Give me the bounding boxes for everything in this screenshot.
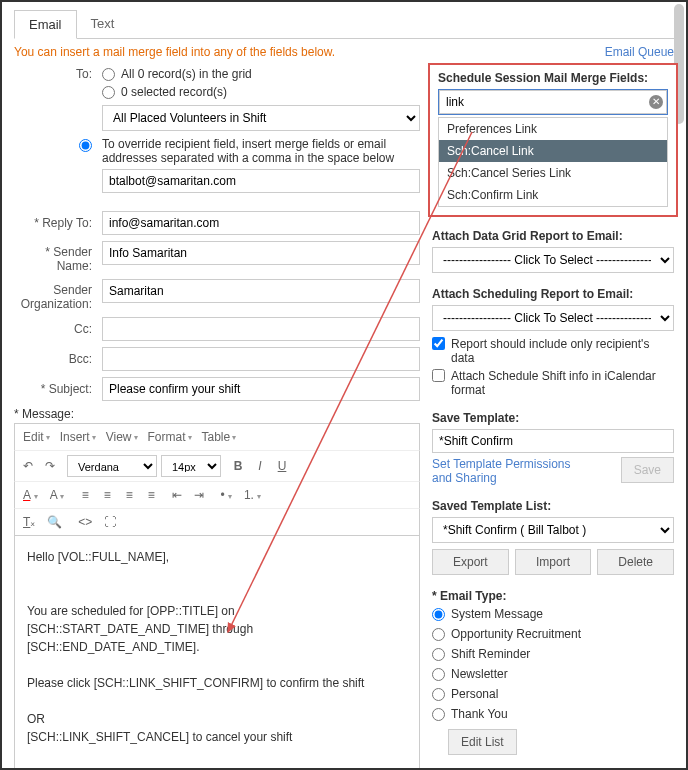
saved-template-label: Saved Template List: [432, 499, 674, 513]
text-color-icon[interactable]: A ▾ [19, 486, 42, 504]
bold-icon[interactable]: B [229, 457, 247, 475]
subject-input[interactable] [102, 377, 420, 401]
sender-org-input[interactable] [102, 279, 420, 303]
outdent-icon[interactable]: ⇤ [168, 486, 186, 504]
override-input[interactable] [102, 169, 420, 193]
all-records-label: All 0 record(s) in the grid [121, 67, 252, 81]
undo-icon[interactable]: ↶ [19, 457, 37, 475]
radio-thank-you[interactable] [432, 708, 445, 721]
clear-format-icon[interactable]: Tₓ [19, 513, 39, 531]
all-placed-select[interactable]: All Placed Volunteers in Shift [102, 105, 420, 131]
cc-label: Cc: [14, 322, 96, 336]
import-button[interactable]: Import [515, 549, 592, 575]
menu-insert[interactable]: Insert ▾ [56, 428, 100, 446]
editor-menubar: Edit ▾ Insert ▾ View ▾ Format ▾ Table ▾ [14, 423, 420, 450]
font-size-select[interactable]: 14px [161, 455, 221, 477]
sender-name-input[interactable] [102, 241, 420, 265]
et-label: Opportunity Recruitment [451, 627, 581, 641]
et-label: System Message [451, 607, 543, 621]
tabs: Email Text [14, 10, 674, 39]
subject-label: * Subject: [14, 382, 96, 396]
reply-to-input[interactable] [102, 211, 420, 235]
email-type-label: * Email Type: [432, 589, 674, 603]
message-label: * Message: [14, 407, 420, 421]
code-icon[interactable]: <> [74, 513, 96, 531]
align-justify-icon[interactable]: ≡ [142, 486, 160, 504]
bullet-list-icon[interactable]: • ▾ [216, 486, 236, 504]
merge-search-input[interactable] [439, 90, 667, 114]
attach-data-grid-label: Attach Data Grid Report to Email: [432, 229, 674, 243]
merge-hint: You can insert a mail merge field into a… [14, 45, 335, 59]
ical-label: Attach Schedule Shift info in iCalendar … [451, 369, 674, 397]
attach-scheduling-label: Attach Scheduling Report to Email: [432, 287, 674, 301]
bcc-input[interactable] [102, 347, 420, 371]
radio-all-records[interactable] [102, 68, 115, 81]
save-template-input[interactable] [432, 429, 674, 453]
tab-text[interactable]: Text [77, 10, 129, 38]
delete-button[interactable]: Delete [597, 549, 674, 575]
saved-template-select[interactable]: *Shift Confirm ( Bill Talbot ) [432, 517, 674, 543]
bcc-label: Bcc: [14, 352, 96, 366]
menu-edit[interactable]: Edit ▾ [19, 428, 54, 446]
redo-icon[interactable]: ↷ [41, 457, 59, 475]
merge-item[interactable]: Sch:Confirm Link [439, 184, 667, 206]
indent-icon[interactable]: ⇥ [190, 486, 208, 504]
email-queue-link[interactable]: Email Queue [605, 45, 674, 59]
italic-icon[interactable]: I [251, 457, 269, 475]
et-label: Personal [451, 687, 498, 701]
bg-color-icon[interactable]: A ▾ [46, 486, 69, 504]
template-permissions-link[interactable]: Set Template Permissions and Sharing [432, 457, 582, 485]
find-icon[interactable]: 🔍 [43, 513, 66, 531]
attach-scheduling-select[interactable]: ----------------- Click To Select ------… [432, 305, 674, 331]
editor-toolbar-3: Tₓ 🔍 <> ⛶ [14, 508, 420, 535]
radio-shift-reminder[interactable] [432, 648, 445, 661]
font-family-select[interactable]: Verdana [67, 455, 157, 477]
merge-item[interactable]: Sch:Cancel Link [439, 140, 667, 162]
only-recipient-checkbox[interactable] [432, 337, 445, 350]
export-button[interactable]: Export [432, 549, 509, 575]
align-center-icon[interactable]: ≡ [98, 486, 116, 504]
message-body[interactable]: Hello [VOL::FULL_NAME], You are schedule… [14, 535, 420, 770]
align-right-icon[interactable]: ≡ [120, 486, 138, 504]
sender-name-label: * Sender Name: [14, 241, 96, 273]
only-recipient-label: Report should include only recipient's d… [451, 337, 674, 365]
menu-view[interactable]: View ▾ [102, 428, 142, 446]
ical-checkbox[interactable] [432, 369, 445, 382]
selected-records-label: 0 selected record(s) [121, 85, 227, 99]
save-template-button[interactable]: Save [621, 457, 674, 483]
et-label: Newsletter [451, 667, 508, 681]
menu-format[interactable]: Format ▾ [144, 428, 196, 446]
menu-table[interactable]: Table ▾ [198, 428, 241, 446]
radio-selected-records[interactable] [102, 86, 115, 99]
radio-newsletter[interactable] [432, 668, 445, 681]
et-label: Thank You [451, 707, 508, 721]
radio-override[interactable] [79, 139, 92, 152]
radio-system-message[interactable] [432, 608, 445, 621]
numbered-list-icon[interactable]: 1. ▾ [240, 486, 265, 504]
merge-list: Preferences Link Sch:Cancel Link Sch:Can… [438, 117, 668, 207]
attach-data-grid-select[interactable]: ----------------- Click To Select ------… [432, 247, 674, 273]
editor-toolbar-1: ↶ ↷ Verdana 14px B I U [14, 450, 420, 481]
editor-toolbar-2: A ▾ A ▾ ≡ ≡ ≡ ≡ ⇤ ⇥ • ▾ 1. ▾ [14, 481, 420, 508]
to-label: To: [14, 67, 96, 99]
merge-item[interactable]: Sch:Cancel Series Link [439, 162, 667, 184]
override-label: To override recipient field, insert merg… [102, 137, 394, 165]
radio-opportunity[interactable] [432, 628, 445, 641]
merge-heading: Schedule Session Mail Merge Fields: [438, 71, 668, 85]
align-left-icon[interactable]: ≡ [76, 486, 94, 504]
underline-icon[interactable]: U [273, 457, 291, 475]
tab-email[interactable]: Email [14, 10, 77, 39]
clear-icon[interactable]: ✕ [649, 95, 663, 109]
merge-fields-panel: Schedule Session Mail Merge Fields: ✕ Pr… [428, 63, 678, 217]
et-label: Shift Reminder [451, 647, 530, 661]
save-template-label: Save Template: [432, 411, 674, 425]
reply-to-label: * Reply To: [14, 216, 96, 230]
merge-item[interactable]: Preferences Link [439, 118, 667, 140]
edit-list-button[interactable]: Edit List [448, 729, 517, 755]
radio-personal[interactable] [432, 688, 445, 701]
cc-input[interactable] [102, 317, 420, 341]
sender-org-label: Sender Organization: [14, 279, 96, 311]
fullscreen-icon[interactable]: ⛶ [100, 513, 120, 531]
